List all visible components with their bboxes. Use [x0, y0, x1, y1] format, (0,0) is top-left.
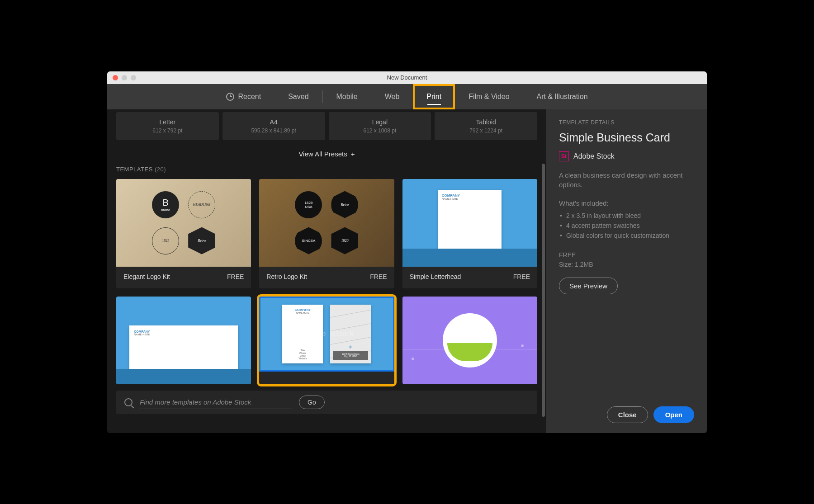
- zoom-window-icon[interactable]: [131, 75, 136, 80]
- template-card-simple-business-card[interactable]: COMPANY NAME HERE Title Phone Email Webs…: [259, 297, 394, 384]
- preset-name: Legal: [332, 118, 428, 126]
- preset-tabloid[interactable]: Tabloid 792 x 1224 pt: [435, 112, 537, 140]
- template-price: FREE: [370, 273, 387, 280]
- price-label: FREE: [559, 250, 694, 260]
- template-price: FREE: [227, 273, 244, 280]
- tab-label: Web: [385, 93, 400, 101]
- template-card-retro-logo[interactable]: 1825USA Retro SINCEA 1920 Retro Logo Kit…: [259, 179, 394, 288]
- templates-heading: TEMPLATES (20): [116, 166, 537, 173]
- tab-saved[interactable]: Saved: [274, 84, 322, 109]
- stock-search-bar: Go: [116, 391, 537, 414]
- template-grid: Bbrand HEADLINE 1825 Retro Elegant Logo …: [116, 179, 537, 384]
- list-item: 2 x 3.5 in layout with bleed: [559, 211, 694, 221]
- tab-label: Mobile: [336, 93, 358, 101]
- template-price: FREE: [513, 273, 530, 280]
- list-item: 4 accent pattern swatches: [559, 221, 694, 231]
- template-name: Retro Logo Kit: [266, 273, 307, 280]
- templates-label-text: TEMPLATES: [116, 166, 153, 173]
- new-document-dialog: New Document Recent Saved Mobile Web Pri…: [107, 71, 707, 433]
- close-button[interactable]: Close: [607, 406, 648, 423]
- tab-mobile[interactable]: Mobile: [323, 84, 371, 109]
- tab-label: Art & Illustration: [537, 93, 588, 101]
- preset-name: Letter: [120, 118, 215, 126]
- presets-row: Letter 612 x 792 pt A4 595.28 x 841.89 p…: [116, 112, 537, 140]
- template-card-infographic[interactable]: [402, 297, 537, 384]
- recent-icon: [226, 93, 234, 101]
- tab-recent[interactable]: Recent: [213, 84, 274, 109]
- map-pin-icon: ⌖: [349, 343, 352, 351]
- template-card-elegant-logo[interactable]: Bbrand HEADLINE 1825 Retro Elegant Logo …: [116, 179, 251, 288]
- preset-size: 792 x 1224 pt: [438, 127, 534, 134]
- close-window-icon[interactable]: [113, 75, 118, 80]
- template-title: Simple Business Card: [559, 131, 694, 144]
- stock-search-input[interactable]: [139, 396, 293, 409]
- template-name: Elegant Logo Kit: [123, 273, 170, 280]
- stock-source-label: Adobe Stock: [573, 152, 615, 160]
- template-thumbnail: COMPANY NAME HERE: [402, 179, 537, 267]
- tab-print[interactable]: Print: [413, 84, 455, 109]
- titlebar: New Document: [107, 71, 707, 84]
- plus-icon: +: [351, 150, 355, 158]
- size-label: Size: 1.2MB: [559, 260, 694, 269]
- preset-size: 595.28 x 841.89 pt: [226, 127, 322, 134]
- templates-count: (20): [155, 166, 166, 173]
- open-button[interactable]: Open: [653, 406, 694, 423]
- tab-label: Film & Video: [469, 93, 509, 101]
- dialog-body: Letter 612 x 792 pt A4 595.28 x 841.89 p…: [107, 109, 707, 433]
- stock-source: St Adobe Stock: [559, 151, 694, 161]
- tab-film-video[interactable]: Film & Video: [455, 84, 523, 109]
- tab-label: Print: [426, 93, 441, 101]
- template-thumbnail: COMPANY NAME HERE Title Phone Email Webs…: [259, 297, 394, 372]
- list-item: Global colors for quick customization: [559, 231, 694, 240]
- see-preview-button[interactable]: See Preview: [559, 278, 618, 294]
- tab-label: Recent: [238, 93, 261, 101]
- template-meta: FREE Size: 1.2MB: [559, 250, 694, 269]
- main-panel[interactable]: Letter 612 x 792 pt A4 595.28 x 841.89 p…: [107, 109, 546, 433]
- adobe-stock-icon: St: [559, 151, 569, 161]
- preset-size: 612 x 1008 pt: [332, 127, 428, 134]
- scrollbar[interactable]: [542, 164, 545, 417]
- template-card-simple-envelope[interactable]: COMPANY NAME HERE: [116, 297, 251, 384]
- tab-art-illustration[interactable]: Art & Illustration: [523, 84, 601, 109]
- preset-legal[interactable]: Legal 612 x 1008 pt: [329, 112, 431, 140]
- category-tabbar: Recent Saved Mobile Web Print Film & Vid…: [107, 84, 707, 109]
- view-all-label: View All Presets: [298, 150, 347, 158]
- template-thumbnail: Bbrand HEADLINE 1825 Retro: [116, 179, 251, 267]
- details-heading: TEMPLATE DETAILS: [559, 119, 694, 126]
- template-thumbnail: 1825USA Retro SINCEA 1920: [259, 179, 394, 267]
- template-card-simple-letterhead[interactable]: COMPANY NAME HERE Simple Letterhead FREE: [402, 179, 537, 288]
- preset-name: Tabloid: [438, 118, 534, 126]
- template-description: A clean business card design with accent…: [559, 170, 694, 189]
- details-panel: TEMPLATE DETAILS Simple Business Card St…: [546, 109, 707, 433]
- go-button[interactable]: Go: [299, 396, 325, 409]
- view-all-presets-button[interactable]: View All Presets +: [116, 150, 537, 158]
- whats-included-list: 2 x 3.5 in layout with bleed 4 accent pa…: [559, 211, 694, 240]
- preset-size: 612 x 792 pt: [120, 127, 215, 134]
- template-thumbnail: [402, 297, 537, 384]
- preset-name: A4: [226, 118, 322, 126]
- template-thumbnail: COMPANY NAME HERE: [116, 297, 251, 384]
- window-title: New Document: [387, 74, 427, 81]
- tab-web[interactable]: Web: [371, 84, 413, 109]
- minimize-window-icon[interactable]: [122, 75, 127, 80]
- whats-included-label: What's included:: [559, 199, 694, 207]
- preset-letter[interactable]: Letter 612 x 792 pt: [116, 112, 219, 140]
- traffic-lights: [107, 75, 136, 80]
- search-icon: [124, 398, 133, 406]
- template-name: Simple Letterhead: [410, 273, 461, 280]
- dialog-actions: Close Open: [559, 406, 694, 423]
- stock-watermark: Adobe Stock: [298, 329, 355, 339]
- preset-a4[interactable]: A4 595.28 x 841.89 pt: [222, 112, 325, 140]
- tab-label: Saved: [288, 93, 308, 101]
